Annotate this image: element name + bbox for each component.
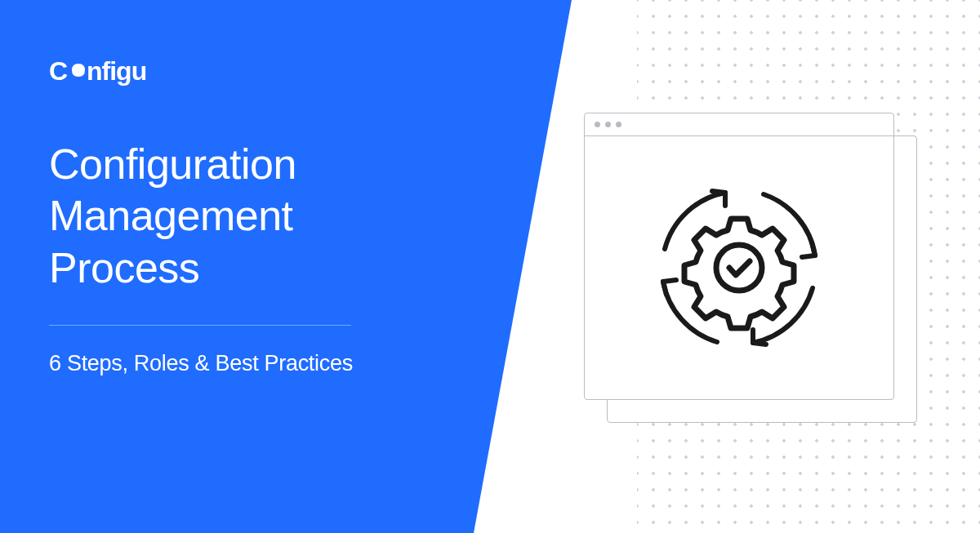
window-control-dot xyxy=(595,122,600,127)
svg-text:C: C xyxy=(49,57,68,86)
title-line-2: Management xyxy=(49,192,293,239)
window-body xyxy=(585,136,893,399)
page-title: Configuration Management Process xyxy=(49,139,296,294)
window-illustration-stack xyxy=(584,113,919,423)
hero-banner: C nfigu Configu Configuration Management… xyxy=(0,0,980,533)
window-front xyxy=(584,113,894,400)
svg-text:nfigu: nfigu xyxy=(87,57,146,86)
brand-logo: C nfigu Configu xyxy=(49,57,167,93)
title-divider xyxy=(49,325,351,326)
window-control-dot xyxy=(616,122,621,127)
configu-logo-svg: C nfigu xyxy=(49,57,167,87)
window-titlebar xyxy=(585,113,893,136)
window-control-dot xyxy=(605,122,611,127)
svg-point-2 xyxy=(716,245,762,291)
title-line-3: Process xyxy=(49,244,199,291)
page-subtitle: 6 Steps, Roles & Best Practices xyxy=(49,351,353,376)
gear-check-cycle-icon xyxy=(637,166,841,370)
title-line-1: Configuration xyxy=(49,140,296,188)
